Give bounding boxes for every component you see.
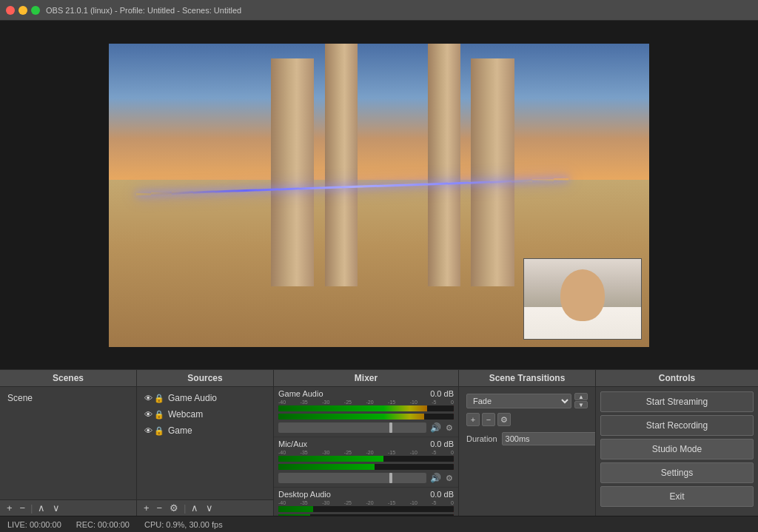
- mixer-header: Mixer: [274, 370, 458, 387]
- track-db: 0.0 dB: [430, 490, 454, 499]
- scenes-remove-button[interactable]: −: [18, 502, 28, 514]
- track-settings-button[interactable]: ⚙: [445, 422, 454, 434]
- transition-select-row: Fade Cut Swipe ▲ ▼: [462, 390, 592, 411]
- scenes-up-button[interactable]: ∧: [36, 502, 47, 514]
- transition-spinner: ▲ ▼: [574, 393, 588, 408]
- fader-row: 🔊 ⚙: [278, 472, 454, 484]
- face: [560, 269, 605, 321]
- main-content: Scenes Scene + − | ∧ ∨ Sources: [0, 21, 758, 532]
- scenes-separator: |: [30, 503, 33, 514]
- exit-button[interactable]: Exit: [600, 486, 754, 507]
- eye-icon: 👁: [144, 426, 152, 436]
- bottom-panel: Scenes Scene + − | ∧ ∨ Sources: [0, 369, 758, 532]
- titlebar: OBS 21.0.1 (linux) - Profile: Untitled -…: [0, 0, 758, 21]
- source-icons: 👁 🔒: [144, 426, 164, 436]
- pillar-center-left: [325, 44, 358, 286]
- start-streaming-button[interactable]: Start Streaming: [600, 391, 754, 412]
- scenes-panel: Scenes Scene + − | ∧ ∨: [0, 370, 137, 516]
- controls-content: Start Streaming Start Recording Studio M…: [596, 387, 758, 516]
- source-name: Game Audio: [168, 393, 217, 403]
- scenes-down-button[interactable]: ∨: [50, 502, 62, 514]
- minimize-button[interactable]: [19, 6, 27, 15]
- fader-row: 🔊 ⚙: [278, 422, 454, 434]
- sources-up-button[interactable]: ∧: [189, 502, 201, 514]
- meter-mask: [427, 405, 454, 411]
- start-recording-button[interactable]: Start Recording: [600, 415, 754, 436]
- transition-actions: + − ⚙: [462, 411, 592, 428]
- transition-remove-button[interactable]: −: [482, 413, 495, 426]
- transition-gear-button[interactable]: ⚙: [497, 413, 511, 426]
- sources-down-button[interactable]: ∨: [204, 502, 215, 514]
- lock-icon: 🔒: [154, 410, 164, 420]
- transition-select[interactable]: Fade Cut Swipe: [466, 394, 571, 408]
- sources-remove-button[interactable]: −: [155, 502, 165, 514]
- preview-canvas: [109, 44, 649, 347]
- transition-add-button[interactable]: +: [466, 413, 480, 426]
- meter-container-2: [278, 514, 454, 516]
- sources-panel: Sources 👁 🔒 Game Audio 👁 🔒: [137, 370, 274, 516]
- live-status: LIVE: 00:00:00: [7, 520, 61, 529]
- lock-icon: 🔒: [154, 394, 164, 403]
- source-item-webcam[interactable]: 👁 🔒 Webcam: [140, 406, 270, 422]
- window-controls: [6, 6, 40, 15]
- transition-down-button[interactable]: ▼: [574, 401, 588, 408]
- cpu-status: CPU: 0.9%, 30.00 fps: [144, 520, 223, 529]
- scenes-add-button[interactable]: +: [4, 502, 15, 514]
- duration-input[interactable]: [502, 432, 595, 445]
- source-item-game-audio[interactable]: 👁 🔒 Game Audio: [140, 390, 270, 406]
- studio-mode-button[interactable]: Studio Mode: [600, 439, 754, 459]
- fader-thumb: [389, 473, 392, 483]
- source-icons: 👁 🔒: [144, 394, 164, 403]
- transition-up-button[interactable]: ▲: [574, 393, 588, 400]
- mute-button[interactable]: 🔊: [429, 422, 442, 434]
- meter-mask-2: [310, 514, 454, 516]
- source-name: Webcam: [168, 409, 203, 420]
- meter-mask-2: [375, 464, 454, 470]
- track-header: Desktop Audio 0.0 dB: [278, 490, 454, 499]
- rec-status: REC: 00:00:00: [76, 520, 130, 529]
- mixer-track-desktop: Desktop Audio 0.0 dB -40 -35 -30 -25 -20…: [274, 488, 458, 516]
- scene-item[interactable]: Scene: [3, 390, 133, 406]
- meter-container: [278, 405, 454, 411]
- source-icons: 👁 🔒: [144, 410, 164, 420]
- close-button[interactable]: [6, 6, 15, 15]
- meter-container: [278, 506, 454, 512]
- track-db: 0.0 dB: [430, 440, 454, 448]
- sources-footer: + − ⚙ | ∧ ∨: [137, 499, 273, 516]
- meter-mask: [383, 456, 454, 462]
- meter-container-2: [278, 414, 454, 420]
- pillar-center-right: [428, 44, 460, 286]
- maximize-button[interactable]: [31, 6, 40, 15]
- transitions-content: Fade Cut Swipe ▲ ▼ + − ⚙: [459, 387, 595, 516]
- track-settings-button[interactable]: ⚙: [445, 473, 454, 484]
- sky-layer: [109, 44, 649, 181]
- mixer-panel: Mixer Game Audio 0.0 dB -40 -35 -30 -25: [274, 370, 459, 516]
- mixer-content: Game Audio 0.0 dB -40 -35 -30 -25 -20 -1…: [274, 387, 458, 516]
- meter-ticks: -40 -35 -30 -25 -20 -15 -10 -5 0: [278, 400, 454, 405]
- mic-fader[interactable]: [278, 473, 426, 483]
- mixer-track-game-audio: Game Audio 0.0 dB -40 -35 -30 -25 -20 -1…: [274, 387, 458, 437]
- lock-icon: 🔒: [154, 426, 164, 436]
- settings-button[interactable]: Settings: [600, 462, 754, 483]
- duration-label: Duration: [466, 434, 497, 443]
- transitions-header: Scene Transitions: [459, 370, 595, 387]
- meter-mask: [313, 506, 454, 512]
- sources-add-button[interactable]: +: [141, 502, 152, 514]
- scenes-header: Scenes: [0, 370, 136, 387]
- sources-header: Sources: [137, 370, 273, 387]
- source-name: Game: [168, 425, 192, 436]
- game-audio-fader[interactable]: [278, 422, 426, 433]
- track-name: Mic/Aux: [278, 440, 307, 448]
- scenes-content: Scene: [0, 387, 136, 499]
- duration-row: Duration ▲ ▼: [462, 428, 592, 449]
- webcam-person: [524, 259, 641, 339]
- track-name: Desktop Audio: [278, 490, 331, 499]
- fader-thumb: [389, 422, 392, 433]
- controls-header: Controls: [596, 370, 758, 387]
- transitions-panel: Scene Transitions Fade Cut Swipe ▲ ▼: [459, 370, 596, 516]
- meter-ticks: -40 -35 -30 -25 -20 -15 -10 -5 0: [278, 450, 454, 456]
- controls-panel: Controls Start Streaming Start Recording…: [596, 370, 758, 516]
- sources-gear-button[interactable]: ⚙: [167, 502, 181, 514]
- mute-button[interactable]: 🔊: [429, 472, 442, 484]
- source-item-game[interactable]: 👁 🔒 Game: [140, 422, 270, 439]
